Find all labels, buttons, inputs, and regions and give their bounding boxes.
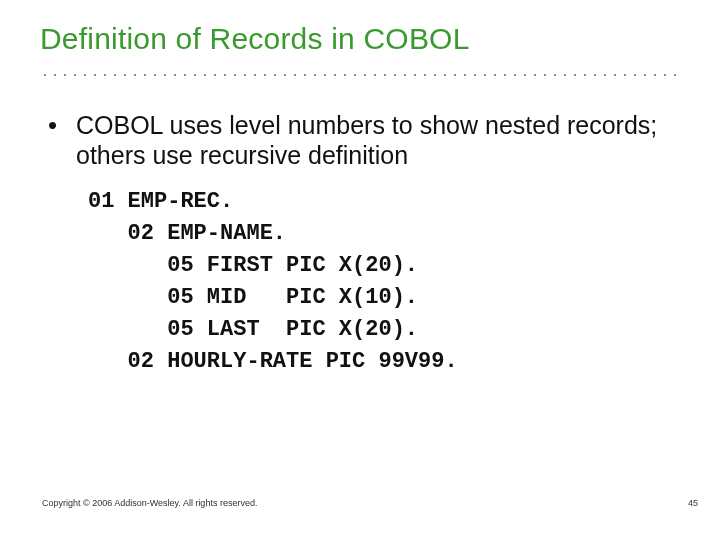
footer-page-number: 45 xyxy=(688,498,698,508)
code-block: 01 EMP-REC. 02 EMP-NAME. 05 FIRST PIC X(… xyxy=(88,186,672,378)
slide-body: • COBOL uses level numbers to show neste… xyxy=(0,78,720,378)
bullet-text: COBOL uses level numbers to show nested … xyxy=(76,110,672,170)
footer-copyright: Copyright © 2006 Addison-Wesley. All rig… xyxy=(42,498,257,508)
bullet-item: • COBOL uses level numbers to show neste… xyxy=(48,110,672,170)
bullet-mark: • xyxy=(48,110,76,140)
page-title: Definition of Records in COBOL xyxy=(0,0,720,66)
slide: Definition of Records in COBOL • COBOL u… xyxy=(0,0,720,540)
